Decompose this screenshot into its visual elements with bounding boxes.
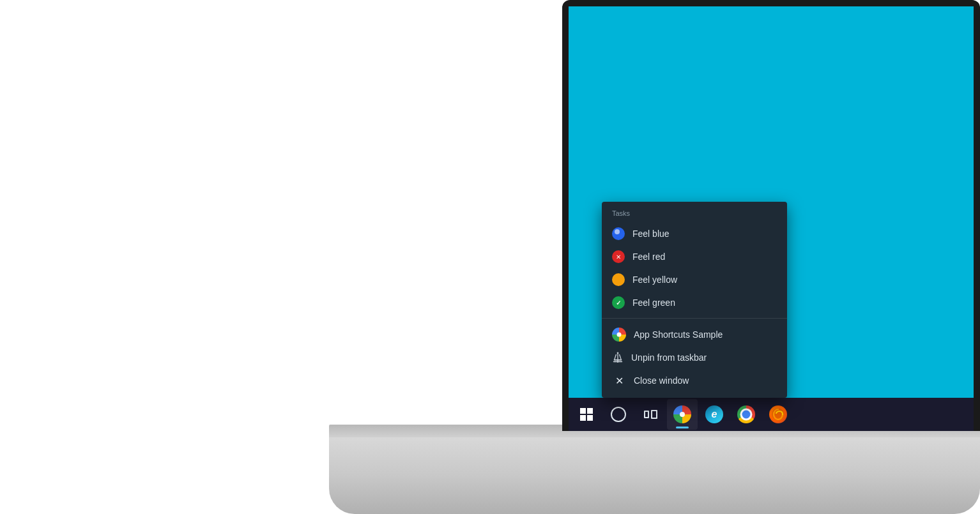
taskbar-chrome[interactable] — [731, 399, 762, 430]
menu-divider — [602, 318, 787, 319]
laptop-base-body — [329, 437, 980, 514]
feel-red-icon — [612, 250, 625, 263]
close-window-icon: ✕ — [612, 374, 626, 388]
feel-blue-icon — [612, 227, 625, 240]
menu-item-close-window[interactable]: ✕ Close window — [602, 368, 787, 393]
menu-item-app-shortcuts[interactable]: App Shortcuts Sample — [602, 322, 787, 347]
taskbar-taskview-button[interactable] — [635, 399, 666, 430]
laptop-screen-bezel: Tasks Feel blue Feel red Feel yellow Fee… — [562, 0, 980, 431]
unpin-icon — [612, 352, 624, 363]
app-shortcuts-label: App Shortcuts Sample — [634, 329, 723, 340]
menu-item-feel-blue[interactable]: Feel blue — [602, 222, 787, 245]
menu-item-unpin[interactable]: Unpin from taskbar — [602, 347, 787, 368]
chrome-icon — [737, 405, 755, 423]
app-shortcuts-taskbar-icon — [673, 405, 691, 423]
menu-item-feel-yellow[interactable]: Feel yellow — [602, 268, 787, 291]
feel-red-label: Feel red — [632, 252, 665, 262]
svg-point-0 — [617, 352, 619, 354]
firefox-icon — [769, 405, 787, 423]
unpin-label: Unpin from taskbar — [631, 352, 707, 363]
cortana-icon — [611, 407, 626, 422]
app-shortcuts-icon — [612, 328, 626, 342]
menu-item-feel-red[interactable]: Feel red — [602, 245, 787, 268]
windows-logo-icon — [580, 408, 593, 421]
menu-item-feel-green[interactable]: Feel green — [602, 291, 787, 314]
taskbar-firefox[interactable] — [763, 399, 793, 430]
taskbar-edge[interactable] — [699, 399, 730, 430]
feel-green-icon — [612, 296, 625, 309]
tasks-section-label: Tasks — [602, 207, 787, 222]
edge-icon — [705, 405, 723, 423]
context-menu: Tasks Feel blue Feel red Feel yellow Fee… — [602, 202, 787, 398]
taskbar-start-button[interactable] — [571, 399, 602, 430]
feel-yellow-icon — [612, 273, 625, 286]
taskbar-app-shortcuts[interactable] — [667, 399, 698, 430]
laptop-base — [329, 425, 980, 514]
feel-yellow-label: Feel yellow — [632, 275, 677, 285]
feel-green-label: Feel green — [632, 298, 675, 308]
close-window-label: Close window — [634, 375, 689, 386]
taskview-icon — [644, 410, 657, 419]
taskbar — [569, 398, 974, 431]
screen-content: Tasks Feel blue Feel red Feel yellow Fee… — [569, 6, 974, 431]
taskbar-search-button[interactable] — [603, 399, 634, 430]
feel-blue-label: Feel blue — [632, 229, 670, 239]
